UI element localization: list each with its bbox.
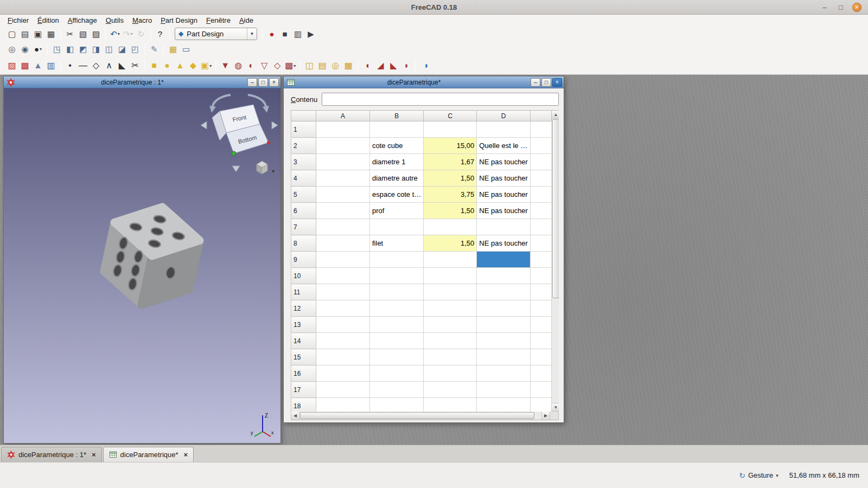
cell-B4[interactable]: diametre autre xyxy=(370,170,424,187)
sketch-trim-icon[interactable]: ✂ xyxy=(129,59,142,72)
cell-A10[interactable] xyxy=(316,268,370,284)
view-isometric-icon[interactable]: ◳ xyxy=(50,43,63,56)
hole-icon[interactable]: ◍ xyxy=(232,59,245,72)
cell-B13[interactable] xyxy=(370,317,424,333)
navigation-style-selector[interactable]: ↻ Gesture ▾ xyxy=(739,471,778,480)
cell-E13[interactable] xyxy=(530,317,551,333)
window-tab-2[interactable]: diceParametrique*× xyxy=(103,447,194,462)
cell-E9[interactable] xyxy=(530,252,551,268)
column-header-C[interactable]: C xyxy=(424,111,477,121)
undo-icon[interactable]: ↶▾ xyxy=(108,27,122,40)
cell-B18[interactable] xyxy=(370,398,424,412)
cell-D15[interactable] xyxy=(477,349,531,365)
fit-selection-icon[interactable]: ◉ xyxy=(18,43,31,56)
cell-C10[interactable] xyxy=(424,268,477,284)
cell-E10[interactable] xyxy=(530,268,551,284)
cell-E14[interactable] xyxy=(530,333,551,349)
cell-A3[interactable] xyxy=(316,154,370,170)
row-header-4[interactable]: 4 xyxy=(291,170,316,187)
cell-E15[interactable] xyxy=(530,349,551,365)
view-left-icon[interactable]: ◰ xyxy=(129,43,142,56)
cell-A13[interactable] xyxy=(316,317,370,333)
sketch-polyline-icon[interactable]: ∧ xyxy=(103,59,116,72)
tab-close-icon[interactable]: × xyxy=(184,451,188,459)
draw-style-icon[interactable]: ●▾ xyxy=(31,43,44,56)
workbench-selector[interactable]: ◆Part Design▾ xyxy=(175,28,257,40)
row-header-17[interactable]: 17 xyxy=(291,382,316,398)
macro-execute-icon[interactable]: ▶ xyxy=(304,27,317,40)
cell-E2[interactable] xyxy=(530,138,551,154)
window-tab-1[interactable]: diceParametrique : 1*× xyxy=(1,447,102,462)
polar-pattern-icon[interactable]: ◎ xyxy=(329,59,342,72)
cell-E4[interactable] xyxy=(530,170,551,187)
row-header-8[interactable]: 8 xyxy=(291,235,316,252)
cell-A8[interactable] xyxy=(316,235,370,252)
menu-aide[interactable]: Aide xyxy=(235,15,258,25)
cell-B17[interactable] xyxy=(370,382,424,398)
cell-C4[interactable]: 1,50 xyxy=(424,170,477,187)
cell-A14[interactable] xyxy=(316,333,370,349)
workbench-dropdown-arrow[interactable]: ▾ xyxy=(247,28,257,40)
3d-view-minimize-button[interactable]: – xyxy=(247,78,257,87)
cell-D2[interactable]: Quelle est le … xyxy=(477,138,531,154)
additive-pipe-icon[interactable]: ◆ xyxy=(187,59,200,72)
row-header-13[interactable]: 13 xyxy=(291,317,316,333)
cell-D4[interactable]: NE pas toucher xyxy=(477,170,531,187)
cell-E7[interactable] xyxy=(530,219,551,235)
vertical-scroll-thumb[interactable] xyxy=(552,119,559,298)
cell-C14[interactable] xyxy=(424,333,477,349)
scroll-up-button[interactable]: ▲ xyxy=(552,111,559,119)
navcube-arrow-left[interactable] xyxy=(201,121,207,129)
cell-A17[interactable] xyxy=(316,382,370,398)
cell-A1[interactable] xyxy=(316,121,370,138)
cell-A18[interactable] xyxy=(316,398,370,412)
column-header-A[interactable]: A xyxy=(316,111,370,121)
subtractive-pipe-icon[interactable]: ◇ xyxy=(271,59,284,72)
3d-view-maximize-button[interactable]: □ xyxy=(258,78,268,87)
cell-D17[interactable] xyxy=(477,382,531,398)
navcube-menu-cube[interactable]: ▾ xyxy=(257,161,275,174)
new-document-icon[interactable]: ▢ xyxy=(5,27,18,40)
spreadsheet-close-button[interactable]: × xyxy=(552,78,562,87)
spreadsheet-minimize-button[interactable]: – xyxy=(531,78,540,87)
additive-primitive-icon[interactable]: ▣▾ xyxy=(200,59,213,72)
cell-D3[interactable]: NE pas toucher xyxy=(477,154,531,170)
cell-C18[interactable] xyxy=(424,398,477,412)
cell-C1[interactable] xyxy=(424,121,477,138)
fit-all-icon[interactable]: ◎ xyxy=(5,43,18,56)
boolean-operation-icon[interactable]: ◑ xyxy=(419,59,432,72)
cell-D1[interactable] xyxy=(477,121,531,138)
dice-3d-model[interactable] xyxy=(87,185,217,326)
column-header-partial[interactable] xyxy=(530,111,551,121)
cell-C12[interactable] xyxy=(424,300,477,317)
cell-D6[interactable]: NE pas toucher xyxy=(477,203,531,219)
scroll-down-button[interactable]: ▼ xyxy=(552,403,559,411)
3d-viewport[interactable]: Front Bottom ▾ xyxy=(4,88,280,443)
grid-corner[interactable] xyxy=(291,111,316,121)
cell-D10[interactable] xyxy=(477,268,531,284)
create-sketch-icon[interactable]: ▨ xyxy=(5,59,18,72)
chamfer-icon[interactable]: ◢ xyxy=(374,59,387,72)
menu-fenêtre[interactable]: Fenêtre xyxy=(202,15,235,25)
sketch-line-icon[interactable]: — xyxy=(76,59,90,72)
cell-E12[interactable] xyxy=(530,300,551,317)
row-header-2[interactable]: 2 xyxy=(291,138,316,154)
additive-loft-icon[interactable]: ▲ xyxy=(174,59,187,72)
edit-sketch-icon[interactable]: ▩ xyxy=(18,59,31,72)
row-header-3[interactable]: 3 xyxy=(291,154,316,170)
cell-A16[interactable] xyxy=(316,365,370,382)
menu-fichier[interactable]: Fichier xyxy=(3,15,33,25)
pad-icon[interactable]: ■ xyxy=(148,59,161,72)
scroll-left-button[interactable]: ◀ xyxy=(291,412,299,420)
cell-B8[interactable]: filet xyxy=(370,235,424,252)
cell-B5[interactable]: espace cote t… xyxy=(370,187,424,203)
row-header-10[interactable]: 10 xyxy=(291,268,316,284)
thickness-icon[interactable]: ◗ xyxy=(400,59,413,72)
cell-E17[interactable] xyxy=(530,382,551,398)
navcube-arrow-down[interactable] xyxy=(232,166,240,172)
view-top-icon[interactable]: ◩ xyxy=(76,43,90,56)
spreadsheet-title-bar[interactable]: diceParametrique* – □ × xyxy=(284,76,564,88)
row-header-6[interactable]: 6 xyxy=(291,203,316,219)
row-header-7[interactable]: 7 xyxy=(291,219,316,235)
macro-stop-icon[interactable]: ■ xyxy=(278,27,291,40)
